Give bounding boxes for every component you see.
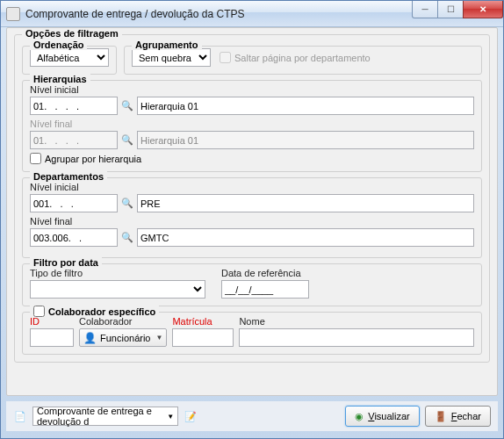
visualizar-label: isualizar — [374, 411, 409, 421]
chevron-down-icon: ▼ — [155, 334, 162, 342]
data-ref-label: Data de referência — [221, 268, 309, 278]
agrupar-hier-row: Agrupar por hierarquia — [30, 153, 474, 164]
colaborador-checkbox[interactable] — [33, 306, 45, 317]
ordenacao-group: Ordenação Alfabética — [22, 46, 117, 75]
maximize-button[interactable]: ☐ — [437, 1, 464, 18]
document-icon: 📄 — [13, 409, 27, 423]
departamentos-group: Departamentos Nível inicial 🔍 Nível fina… — [22, 177, 482, 258]
matricula-label: Matrícula — [172, 316, 234, 327]
search-icon[interactable]: 🔍 — [121, 198, 133, 210]
person-icon: 👤 — [83, 332, 97, 344]
saltar-label: Saltar página por departamento — [234, 53, 371, 63]
nome-input[interactable] — [239, 328, 474, 347]
window-buttons: ─ ☐ ✕ — [413, 1, 503, 26]
dep-final-name[interactable] — [137, 228, 474, 247]
colaborador-combo[interactable]: 👤 Funcionário ▼ — [79, 328, 167, 347]
filtro-data-legend: Filtro por data — [30, 257, 102, 268]
id-input[interactable] — [30, 328, 74, 347]
titlebar: Comprovante de entrega / devolução da CT… — [1, 1, 503, 27]
hier-final-code — [30, 131, 118, 149]
ordenacao-legend: Ordenação — [30, 40, 87, 50]
hier-inicial-row: 🔍 — [30, 97, 474, 115]
fechar-button[interactable]: 🚪 Fechar — [425, 406, 491, 427]
colab-label: Colaborador — [79, 316, 167, 327]
saltar-checkbox-row: Saltar página por departamento — [220, 52, 371, 63]
hier-final-label: Nível final — [30, 119, 474, 129]
agrupamento-select[interactable]: Sem quebra — [132, 48, 211, 67]
agrupar-hier-checkbox[interactable] — [30, 153, 41, 164]
id-label: ID — [30, 316, 74, 327]
hier-final-name — [137, 131, 474, 149]
dep-inicial-name[interactable] — [137, 194, 474, 212]
filter-options-legend: Opções de filtragem — [22, 28, 122, 39]
hier-final-row: 🔍 — [30, 131, 474, 149]
dep-inicial-label: Nível inicial — [30, 182, 474, 192]
saltar-checkbox[interactable] — [220, 52, 231, 63]
tipo-filtro-select[interactable] — [30, 280, 205, 299]
minimize-button[interactable]: ─ — [412, 1, 438, 18]
departamentos-legend: Departamentos — [30, 171, 107, 182]
data-ref-input[interactable] — [221, 280, 309, 299]
hier-inicial-name[interactable] — [137, 97, 474, 115]
content-panel: Opções de filtragem Ordenação Alfabética… — [6, 27, 498, 396]
agrupamento-legend: Agrupamento — [132, 40, 202, 50]
agrupamento-group: Agrupamento Sem quebra Saltar página por… — [124, 46, 482, 75]
fechar-label: echar — [457, 411, 481, 421]
filtro-data-group: Filtro por data Tipo de filtro Data de r… — [22, 263, 482, 306]
colaborador-group: Colaborador específico ID Colaborador 👤 … — [22, 312, 482, 355]
search-icon[interactable]: 🔍 — [121, 232, 133, 244]
dep-final-label: Nível final — [30, 216, 474, 227]
visualizar-button[interactable]: ◉ Visualizar — [345, 406, 420, 427]
search-icon: 🔍 — [121, 134, 133, 147]
dep-final-row: 🔍 — [30, 228, 474, 247]
hierarquias-legend: Hierarquias — [30, 74, 90, 84]
hier-inicial-code[interactable] — [30, 97, 118, 115]
dep-final-code[interactable] — [30, 228, 118, 247]
hier-inicial-label: Nível inicial — [30, 84, 474, 95]
nome-label: Nome — [239, 316, 474, 327]
colaborador-legend: Colaborador específico — [30, 306, 159, 317]
report-combo[interactable]: Comprovante de entrega e devolução d ▼ — [32, 407, 178, 426]
dep-inicial-row: 🔍 — [30, 194, 474, 212]
footer: 📄 Comprovante de entrega e devolução d ▼… — [6, 401, 498, 431]
chevron-down-icon: ▼ — [167, 413, 174, 421]
agrupar-hier-label: Agrupar por hierarquia — [45, 154, 141, 164]
door-icon: 🚪 — [435, 411, 447, 422]
dep-inicial-code[interactable] — [30, 194, 118, 212]
matricula-input[interactable] — [172, 328, 234, 347]
window-title: Comprovante de entrega / devolução da CT… — [25, 8, 413, 20]
ordenacao-select[interactable]: Alfabética — [30, 48, 109, 67]
filter-options-group: Opções de filtragem Ordenação Alfabética… — [14, 34, 490, 363]
colaborador-combo-value: Funcionário — [100, 333, 150, 343]
tipo-filtro-label: Tipo de filtro — [30, 268, 214, 278]
eye-icon: ◉ — [355, 411, 364, 422]
hierarquias-group: Hierarquias Nível inicial 🔍 Nível final … — [22, 80, 482, 172]
app-icon — [6, 7, 20, 21]
report-combo-value: Comprovante de entrega e devolução d — [37, 406, 167, 427]
close-button[interactable]: ✕ — [463, 1, 503, 18]
search-icon[interactable]: 🔍 — [121, 100, 133, 112]
edit-icon[interactable]: 📝 — [184, 409, 198, 423]
colaborador-legend-text: Colaborador específico — [48, 306, 155, 317]
